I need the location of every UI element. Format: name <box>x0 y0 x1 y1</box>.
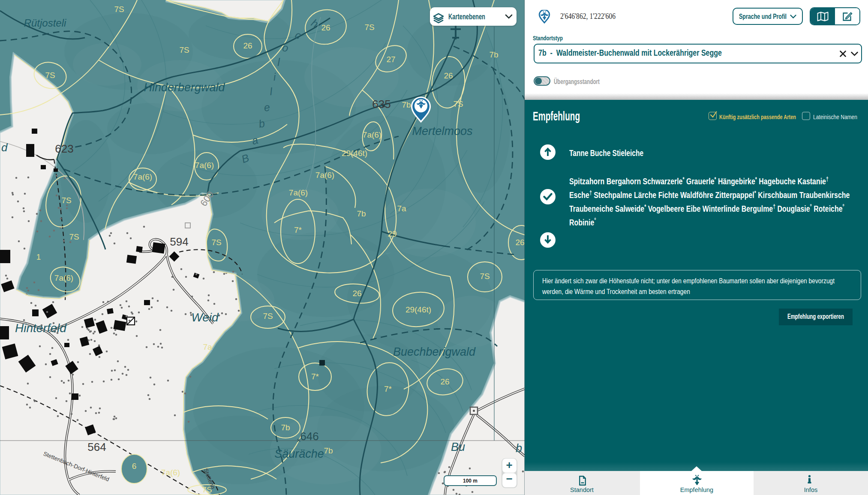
svg-text:Bu: Bu <box>451 441 465 453</box>
svg-text:Mertelmoos: Mertelmoos <box>412 125 472 138</box>
svg-text:27: 27 <box>386 55 395 64</box>
svg-text:7S: 7S <box>114 5 124 14</box>
svg-text:Hinderbergwald: Hinderbergwald <box>144 81 225 94</box>
svg-text:7a: 7a <box>397 204 406 213</box>
svg-text:7S: 7S <box>69 232 79 241</box>
svg-text:7S: 7S <box>453 99 463 108</box>
svg-text:7S: 7S <box>480 272 490 281</box>
svg-text:26: 26 <box>440 377 449 386</box>
svg-text:100 m: 100 m <box>463 478 478 484</box>
svg-text:29: 29 <box>387 229 396 238</box>
svg-text:7*: 7* <box>294 225 302 234</box>
svg-text:26: 26 <box>444 71 453 80</box>
svg-text:26: 26 <box>243 41 252 50</box>
svg-text:29(46t): 29(46t) <box>342 149 367 158</box>
svg-text:7*: 7* <box>311 372 319 381</box>
svg-text:1: 1 <box>36 252 41 261</box>
svg-text:7S: 7S <box>364 23 374 32</box>
svg-text:7S: 7S <box>61 196 71 205</box>
svg-text:+: + <box>506 459 512 471</box>
svg-text:7a(6): 7a(6) <box>315 171 334 180</box>
svg-text:635: 635 <box>372 98 390 111</box>
svg-text:26: 26 <box>515 238 524 247</box>
svg-text:7a(6): 7a(6) <box>161 468 180 477</box>
svg-text:7S: 7S <box>179 45 189 54</box>
svg-text:623: 623 <box>55 142 73 155</box>
svg-text:29(46t): 29(46t) <box>405 305 431 314</box>
svg-text:7S: 7S <box>45 71 55 80</box>
svg-text:26: 26 <box>321 23 330 32</box>
svg-text:Rütjosteli: Rütjosteli <box>24 17 66 29</box>
svg-text:Kartenebenen: Kartenebenen <box>448 12 485 21</box>
svg-text:7a(6): 7a(6) <box>54 273 73 282</box>
svg-text:×: × <box>297 436 301 444</box>
svg-text:Säuräche: Säuräche <box>274 447 324 460</box>
svg-text:7b: 7b <box>402 100 411 109</box>
svg-text:7a(6): 7a(6) <box>195 161 214 170</box>
svg-text:−: − <box>506 472 512 485</box>
svg-text:7b: 7b <box>489 50 498 59</box>
svg-text:7b: 7b <box>324 446 333 455</box>
svg-text:7*: 7* <box>384 384 392 393</box>
svg-text:594: 594 <box>170 235 188 248</box>
svg-text:7a(6): 7a(6) <box>363 130 381 139</box>
svg-text:646: 646 <box>300 430 318 443</box>
svg-text:7S: 7S <box>263 312 273 321</box>
svg-text:Weid: Weid <box>191 311 219 324</box>
svg-text:7b: 7b <box>281 423 290 432</box>
svg-text:Hinterfeld: Hinterfeld <box>15 321 67 335</box>
svg-text:7b: 7b <box>357 209 366 218</box>
svg-text:7a(6): 7a(6) <box>289 188 308 197</box>
svg-text:6: 6 <box>132 462 137 471</box>
svg-text:7a(6): 7a(6) <box>133 172 152 181</box>
svg-text:d: d <box>1 141 8 154</box>
svg-text:564: 564 <box>87 441 106 453</box>
svg-text:26: 26 <box>352 289 361 298</box>
svg-text:Buechberigwald: Buechberigwald <box>393 345 476 358</box>
svg-text:7a: 7a <box>203 342 212 351</box>
svg-text:b: b <box>516 442 522 455</box>
svg-text:7S: 7S <box>211 238 221 247</box>
